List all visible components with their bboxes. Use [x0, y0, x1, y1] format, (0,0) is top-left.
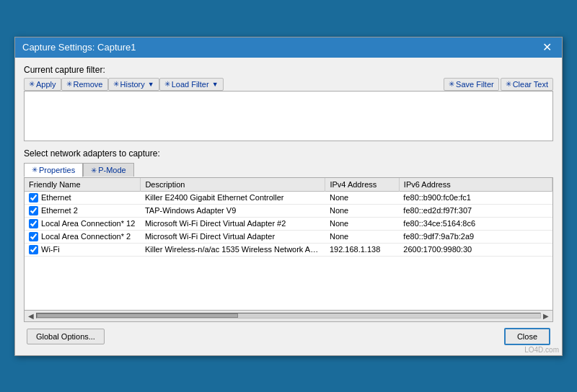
- adapter-description: Killer E2400 Gigabit Ethernet Controller: [141, 191, 325, 204]
- apply-button[interactable]: ✳ Apply: [24, 78, 61, 91]
- properties-icon: ✳: [32, 166, 38, 174]
- adapter-ipv4: None: [325, 230, 399, 243]
- table-row: Wi-FiKiller Wireless-n/a/ac 1535 Wireles…: [25, 243, 552, 256]
- adapter-name: Local Area Connection* 12: [41, 219, 135, 228]
- clear-text-button[interactable]: ✳ Clear Text: [501, 78, 553, 91]
- adapters-table: Friendly Name Description IPv4 Address I…: [25, 178, 552, 257]
- dialog-title: Capture Settings: Capture1: [22, 42, 136, 53]
- table-row: EthernetKiller E2400 Gigabit Ethernet Co…: [25, 191, 552, 204]
- adapter-description: Microsoft Wi-Fi Direct Virtual Adapter #…: [141, 217, 325, 230]
- adapter-ipv6: fe80::34ce:5164:8c6: [399, 217, 552, 230]
- capture-settings-dialog: Capture Settings: Capture1 ✕ Current cap…: [14, 37, 563, 356]
- global-options-button[interactable]: Global Options...: [27, 329, 105, 344]
- apply-icon: ✳: [29, 80, 35, 88]
- table-row: Local Area Connection* 12Microsoft Wi-Fi…: [25, 217, 552, 230]
- table-row: Ethernet 2TAP-Windows Adapter V9Nonefe80…: [25, 204, 552, 217]
- filter-section-label: Current capture filter:: [24, 65, 553, 75]
- col-header-name: Friendly Name: [25, 178, 141, 192]
- load-filter-button[interactable]: ✳ Load Filter ▼: [159, 78, 224, 91]
- adapter-name-cell: Local Area Connection* 2: [25, 230, 141, 243]
- col-header-ipv4: IPv4 Address: [325, 178, 399, 192]
- adapter-ipv4: None: [325, 217, 399, 230]
- tab-pmode[interactable]: ✳ P-Mode: [83, 163, 134, 177]
- table-row: Local Area Connection* 2Microsoft Wi-Fi …: [25, 230, 552, 243]
- adapters-tbody: EthernetKiller E2400 Gigabit Ethernet Co…: [25, 191, 552, 256]
- adapter-name-cell: Wi-Fi: [25, 243, 141, 256]
- scrollbar-thumb: [37, 313, 238, 318]
- toolbar-row: ✳ Apply ✳ Remove ✳ History ▼ ✳ Load Filt…: [24, 78, 553, 91]
- adapter-ipv6: fe80::9df7:9a7b:2a9: [399, 230, 552, 243]
- adapter-description: Microsoft Wi-Fi Direct Virtual Adapter: [141, 230, 325, 243]
- filter-input-area[interactable]: [24, 91, 553, 141]
- remove-label: Remove: [74, 80, 103, 89]
- watermark: LO4D.com: [524, 346, 559, 354]
- adapter-ipv4: None: [325, 191, 399, 204]
- pmode-icon: ✳: [91, 166, 97, 174]
- adapter-checkbox[interactable]: [29, 245, 38, 254]
- adapter-name: Wi-Fi: [41, 245, 60, 254]
- tab-pmode-label: P-Mode: [98, 166, 126, 174]
- adapter-ipv4: 192.168.1.138: [325, 243, 399, 256]
- adapter-name: Ethernet: [41, 193, 71, 202]
- close-icon[interactable]: ✕: [539, 42, 555, 53]
- adapter-ipv4: None: [325, 204, 399, 217]
- history-dropdown-arrow: ▼: [148, 81, 154, 88]
- adapter-checkbox[interactable]: [29, 206, 38, 215]
- bottom-row: Global Options... Close: [24, 322, 553, 348]
- table-header-row: Friendly Name Description IPv4 Address I…: [25, 178, 552, 192]
- scroll-right-arrow[interactable]: ▶: [541, 312, 551, 320]
- filter-input[interactable]: [26, 93, 551, 139]
- adapter-name: Local Area Connection* 2: [41, 232, 131, 241]
- col-header-description: Description: [141, 178, 325, 192]
- history-label: History: [120, 80, 145, 89]
- tab-properties-label: Properties: [39, 166, 75, 174]
- adapter-description: Killer Wireless-n/a/ac 1535 Wireless Net…: [141, 243, 325, 256]
- clear-text-label: Clear Text: [513, 80, 548, 89]
- adapter-ipv6: fe80::b900:fc0e:fc1: [399, 191, 552, 204]
- history-button[interactable]: ✳ History ▼: [108, 78, 159, 91]
- network-section-label: Select network adapters to capture:: [24, 148, 553, 159]
- horizontal-scrollbar: ◀ ▶: [24, 311, 553, 322]
- col-header-ipv6: IPv6 Address: [399, 178, 552, 192]
- save-filter-button[interactable]: ✳ Save Filter: [444, 78, 499, 91]
- dialog-body: Current capture filter: ✳ Apply ✳ Remove…: [15, 58, 562, 355]
- clear-text-icon: ✳: [506, 80, 511, 88]
- save-filter-label: Save Filter: [456, 80, 494, 89]
- adapter-name-cell: Ethernet 2: [25, 204, 141, 217]
- save-filter-icon: ✳: [449, 80, 454, 88]
- adapter-name-cell: Ethernet: [25, 191, 141, 204]
- remove-button[interactable]: ✳ Remove: [61, 78, 108, 91]
- history-icon: ✳: [113, 80, 119, 88]
- toolbar-right-group: ✳ Save Filter ✳ Clear Text: [444, 78, 553, 91]
- adapter-checkbox[interactable]: [29, 219, 38, 228]
- adapter-ipv6: fe80::ed2d:f97f:307: [399, 204, 552, 217]
- load-filter-icon: ✳: [164, 80, 170, 88]
- adapters-table-container: Friendly Name Description IPv4 Address I…: [24, 177, 553, 311]
- tab-row: ✳ Properties ✳ P-Mode: [24, 163, 553, 177]
- remove-icon: ✳: [66, 80, 72, 88]
- scroll-left-arrow[interactable]: ◀: [26, 312, 36, 320]
- scrollbar-track[interactable]: [36, 313, 541, 318]
- tab-properties[interactable]: ✳ Properties: [24, 163, 83, 177]
- adapter-name: Ethernet 2: [41, 206, 78, 215]
- adapter-ipv6: 2600:1700:9980:30: [399, 243, 552, 256]
- load-filter-dropdown-arrow: ▼: [212, 81, 219, 88]
- adapter-checkbox[interactable]: [29, 232, 38, 241]
- close-button[interactable]: Close: [504, 328, 550, 345]
- load-filter-label: Load Filter: [172, 80, 209, 89]
- title-bar: Capture Settings: Capture1 ✕: [15, 37, 562, 58]
- adapter-checkbox[interactable]: [29, 193, 38, 202]
- adapter-description: TAP-Windows Adapter V9: [141, 204, 325, 217]
- apply-label: Apply: [36, 80, 56, 89]
- adapter-name-cell: Local Area Connection* 12: [25, 217, 141, 230]
